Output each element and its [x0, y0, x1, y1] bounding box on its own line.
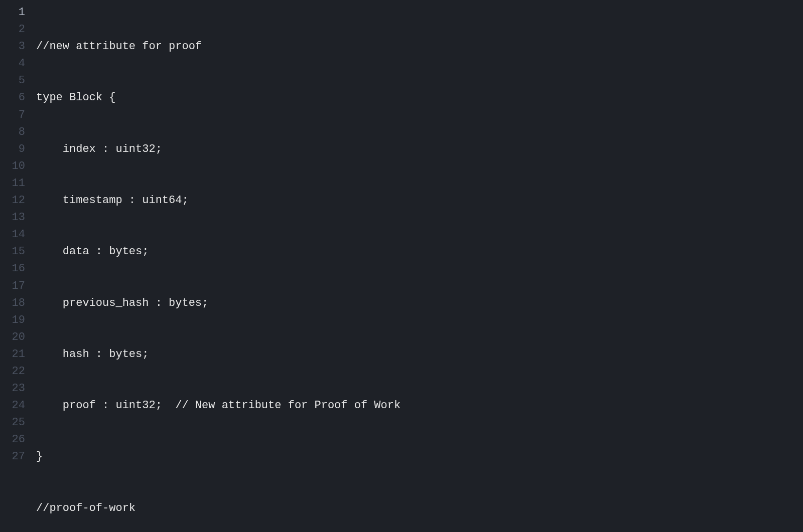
code-editor: 1 2 3 4 5 6 7 8 9 10 11 12 13 14 15 16 1…	[0, 0, 803, 532]
line-number: 11	[0, 175, 25, 192]
line-number: 10	[0, 158, 25, 175]
line-number: 13	[0, 209, 25, 226]
line-number: 26	[0, 431, 25, 448]
line-number: 1	[0, 4, 25, 21]
line-number: 21	[0, 346, 25, 363]
code-line: //new attribute for proof	[36, 38, 487, 55]
code-line: data : bytes;	[36, 243, 487, 260]
line-number: 24	[0, 397, 25, 414]
line-number: 22	[0, 363, 25, 380]
line-number: 3	[0, 38, 25, 55]
code-line: previous_hash : bytes;	[36, 295, 487, 312]
line-number: 27	[0, 448, 25, 465]
code-line: //proof-of-work	[36, 500, 487, 517]
line-number: 2	[0, 21, 25, 38]
code-line: proof : uint32; // New attribute for Pro…	[36, 397, 487, 414]
line-number: 8	[0, 124, 25, 141]
code-area[interactable]: //new attribute for proof type Block { i…	[25, 4, 487, 532]
line-number: 14	[0, 226, 25, 243]
line-number: 4	[0, 55, 25, 72]
line-number: 20	[0, 329, 25, 346]
code-line: }	[36, 448, 487, 465]
line-number: 9	[0, 141, 25, 158]
line-number: 12	[0, 192, 25, 209]
code-line: type Block {	[36, 89, 487, 106]
code-line: hash : bytes;	[36, 346, 487, 363]
line-number: 6	[0, 89, 25, 106]
line-number: 15	[0, 243, 25, 260]
line-number: 16	[0, 260, 25, 277]
line-number: 23	[0, 380, 25, 397]
line-number: 17	[0, 278, 25, 295]
line-number: 19	[0, 312, 25, 329]
line-number: 5	[0, 72, 25, 89]
code-line: index : uint32;	[36, 141, 487, 158]
line-number: 7	[0, 107, 25, 124]
line-number: 25	[0, 414, 25, 431]
code-line: timestamp : uint64;	[36, 192, 487, 209]
line-number-gutter: 1 2 3 4 5 6 7 8 9 10 11 12 13 14 15 16 1…	[0, 4, 25, 532]
line-number: 18	[0, 295, 25, 312]
